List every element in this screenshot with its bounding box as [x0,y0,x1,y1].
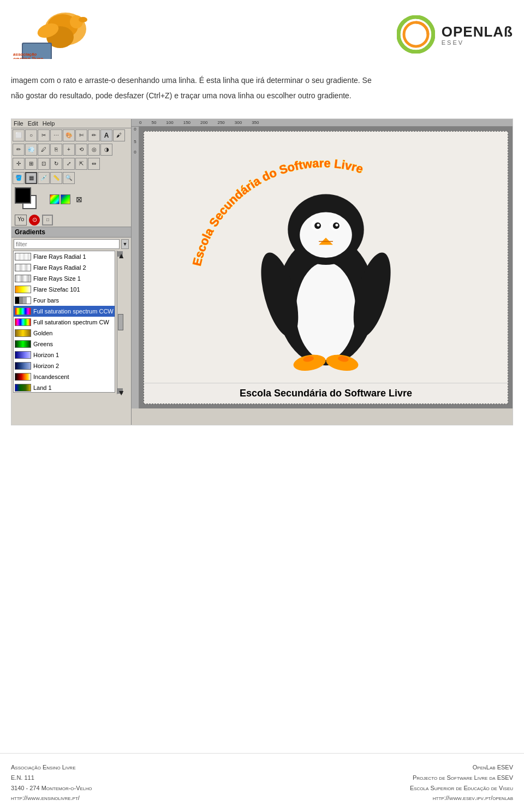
gradient-preview [15,264,31,271]
tool-rect-select[interactable]: ⬜ [13,129,25,141]
body-line2: não gostar do resultado, pode desfazer (… [11,90,513,102]
menu-edit[interactable]: Edit [28,120,38,127]
tool-gradient[interactable]: ▦ [25,172,37,184]
gradient-item[interactable]: Full saturation spectrum CCW [14,306,115,317]
svg-point-18 [300,212,352,258]
canvas-area: 050100150200250300350 050 Escol [132,119,513,425]
color-reset-icon[interactable]: ⊠ [76,195,82,204]
color-swatches-area: ⊠ [11,185,131,214]
tool-fuzzy-select[interactable]: ⋯ [50,129,62,141]
footer-url-right[interactable]: http://www.esev.ipv.pt/openlab [410,793,513,803]
menu-help[interactable]: Help [43,120,55,127]
gradient-list-container: Flare Rays Radial 1Flare Rays Radial 2Fl… [11,251,131,394]
header: associação ensino livre OPENLAß ESEV [0,0,524,64]
gradient-item[interactable]: Full saturation spectrum CW [14,317,115,328]
tool-ellipse-select[interactable]: ○ [25,129,37,141]
gradient-preview [15,362,31,370]
gradient-preview [15,297,31,304]
tool-blur[interactable]: ◎ [88,144,100,156]
footer: Associação Ensino Livre E.N. 111 3140 - … [0,753,524,812]
tool-airbrush[interactable]: 💨 [25,144,37,156]
color-swatch-alt[interactable] [61,194,70,204]
gradient-item[interactable]: Flare Rays Radial 2 [14,262,115,273]
gradient-item-label: Greens [33,341,53,347]
tool-zoom[interactable]: 🔍 [63,172,75,184]
gradient-item[interactable]: Flare Sizefac 101 [14,284,115,295]
tool-move[interactable]: ✢ [13,158,25,170]
tool-bucket[interactable]: 🪣 [13,172,25,184]
tool-heal[interactable]: + [63,144,75,156]
tool-clone[interactable]: ⎘ [50,144,62,156]
footer-left: Associação Ensino Livre E.N. 111 3140 - … [11,762,92,803]
gradient-item[interactable]: Flare Rays Size 1 [14,273,115,284]
tool-paint[interactable]: 🖌 [113,129,125,141]
mode-buttons: Yo ⊙ □ [11,214,131,227]
footer-org-name: Associação Ensino Livre [11,762,92,773]
gradient-preview [15,275,31,282]
tool-flip[interactable]: ⇔ [88,158,100,170]
gradient-preview [15,340,31,348]
filter-bar: ▼ [11,238,131,251]
tool-perspective[interactable]: ⟲ [75,144,87,156]
canvas-inner[interactable]: Escola Secundária do Software Livre Esco… [144,131,508,404]
footer-project: Projecto de Software Livre da ESEV [410,773,513,783]
canvas-bg: Escola Secundária do Software Livre Esco… [139,127,513,408]
gradient-item[interactable]: Land 1 [14,382,115,393]
tool-color-select[interactable]: 🎨 [63,129,75,141]
gradient-item[interactable]: Horizon 1 [14,349,115,360]
mode-normal[interactable]: Yo [15,215,27,226]
scroll-up-arrow[interactable]: ▲ [117,251,123,257]
footer-school: Escola Superior de Educação de Viseu [410,783,513,793]
quick-mask-btn[interactable]: ⊙ [29,215,40,226]
footer-url-left[interactable]: http://www.ensinolivre.pt/ [11,793,92,803]
gradient-preview [15,384,31,392]
mode-box[interactable]: □ [42,215,53,226]
tool-row-2: ✏ 💨 🖊 ⎘ + ⟲ ◎ ◑ [11,143,131,157]
tool-measure[interactable]: 📏 [50,172,62,184]
footer-address: 3140 - 274 Montemor-o-Velho [11,783,92,793]
svg-point-16 [296,262,356,360]
body-line1: imagem com o rato e arraste-o desenhando… [11,74,513,86]
gradient-item[interactable]: Incandescent [14,371,115,382]
fg-bg-colors [15,187,42,211]
tool-shear[interactable]: ⇱ [75,158,87,170]
gradient-item-label: Full saturation spectrum CW [33,319,109,325]
tool-text[interactable]: A [100,129,112,141]
tool-dodge[interactable]: ◑ [100,144,112,156]
gradient-item-label: Incandescent [33,374,69,380]
gradients-panel-title: Gradients [11,227,131,238]
menu-file[interactable]: File [14,120,23,127]
tool-free-select[interactable]: ✂ [38,129,50,141]
gradient-item-label: Flare Sizefac 101 [33,286,80,293]
filter-dropdown-arrow[interactable]: ▼ [121,239,129,249]
scroll-down-arrow[interactable]: ▼ [117,388,123,394]
tool-paths[interactable]: ✏ [88,129,100,141]
tool-align[interactable]: ⊞ [25,158,37,170]
gradient-item-label: Flare Rays Radial 1 [33,253,86,260]
gradient-item[interactable]: Four bars [14,295,115,306]
gradient-list[interactable]: Flare Rays Radial 1Flare Rays Radial 2Fl… [13,251,115,393]
gradient-item-label: Horizon 2 [33,363,59,369]
quick-color-swatches [50,194,70,204]
svg-text:ensino livre: ensino livre [13,56,44,59]
tool-crop[interactable]: ⊡ [38,158,50,170]
tool-ink[interactable]: 🖊 [38,144,50,156]
fg-color-swatch[interactable] [15,187,31,204]
tool-scale[interactable]: ⤢ [63,158,75,170]
gradient-item[interactable]: Golden [14,328,115,339]
gradient-item[interactable]: Flare Rays Radial 1 [14,251,115,262]
tool-pencil[interactable]: ✏ [13,144,25,156]
tool-rotate[interactable]: ↻ [50,158,62,170]
gradient-scrollbar[interactable]: ▲ ▼ [117,251,123,394]
scroll-thumb[interactable] [118,314,123,330]
gradient-item[interactable]: Horizon 2 [14,360,115,371]
color-swatch-spectrum[interactable] [50,194,59,204]
gradient-preview [15,318,31,326]
gimp-screenshot: File Edit Help ⬜ ○ ✂ ⋯ 🎨 ✄ ✏ A 🖌 ✏ 💨 🖊 ⎘… [11,118,513,425]
gradient-item[interactable]: Greens [14,339,115,349]
tool-eyedropper[interactable]: 💉 [38,172,50,184]
gradient-preview [15,253,31,260]
tool-scissors[interactable]: ✄ [75,129,87,141]
gradient-filter-input[interactable] [14,239,120,249]
gradient-item-label: Flare Rays Size 1 [33,275,81,282]
